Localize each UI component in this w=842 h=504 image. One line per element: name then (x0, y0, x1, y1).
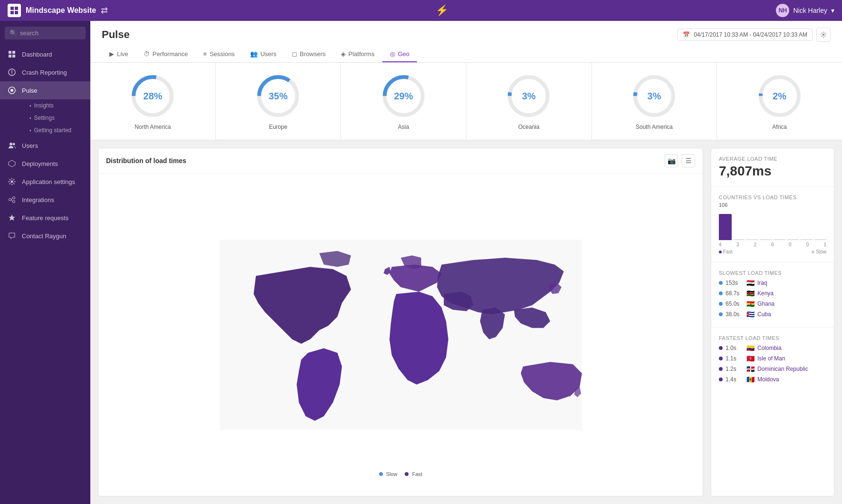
tab-label-performance: Performance (153, 50, 188, 58)
fast-legend: Fast (405, 471, 422, 477)
share-icon[interactable]: ⇄ (101, 5, 108, 16)
topbar-left: Mindscape Website ⇄ (8, 4, 108, 17)
load-time-value: 65.0s (726, 300, 744, 307)
deployments-icon (8, 159, 16, 168)
svg-point-14 (9, 199, 11, 201)
user-dropdown-icon[interactable]: ▾ (831, 7, 834, 14)
sidebar-item-integrations[interactable]: Integrations (0, 191, 90, 209)
load-time-value: 1.2s (726, 366, 744, 372)
svg-point-10 (10, 89, 13, 92)
load-time-flag: 🇩🇴 (746, 365, 755, 373)
tab-live[interactable]: ▶ Live (102, 47, 136, 62)
stat-card-north-america: 28% North America (90, 63, 216, 140)
sidebar-item-settings-sub[interactable]: Settings (22, 112, 90, 124)
application-settings-icon (8, 177, 16, 186)
sidebar-item-contact-raygun[interactable]: Contact Raygun (0, 227, 90, 245)
sidebar-item-deployments[interactable]: Deployments (0, 155, 90, 173)
load-time-country[interactable]: Cuba (757, 311, 771, 318)
platforms-icon: ◈ (341, 50, 346, 58)
tab-users[interactable]: 👥 Users (242, 47, 284, 62)
screenshot-button[interactable]: 📷 (665, 154, 678, 167)
donut-container: 3% (630, 72, 678, 120)
header-settings-button[interactable] (816, 28, 831, 42)
load-time-dot (719, 367, 723, 371)
sidebar-item-dashboard[interactable]: Dashboard (0, 45, 90, 63)
sidebar-label-feature-requests: Feature requests (22, 214, 68, 222)
sidebar-item-pulse[interactable]: Pulse (0, 81, 90, 99)
sidebar-item-feature-requests[interactable]: Feature requests (0, 209, 90, 227)
load-time-flag: 🇨🇺 (746, 310, 755, 318)
donut-label: 3% (522, 91, 536, 102)
load-time-country[interactable]: Ghana (757, 300, 774, 307)
donut-container: 35% (254, 72, 302, 120)
stat-card-africa: 2% Africa (717, 63, 842, 140)
tab-browsers[interactable]: ◻ Browsers (284, 47, 333, 62)
tab-label-platforms: Platforms (348, 50, 375, 58)
sidebar: 🔍 Dashboard Crash Reporting Pulse Insigh… (0, 21, 90, 504)
sidebar-label-pulse: Pulse (22, 87, 38, 94)
tab-platforms[interactable]: ◈ Platforms (333, 47, 382, 62)
content-area: Pulse 📅 04/17/2017 10:33 AM - 04/24/2017… (90, 21, 842, 504)
chart-bar (719, 214, 732, 240)
list-button[interactable]: ☰ (682, 154, 695, 167)
sessions-icon: ≡ (203, 50, 207, 58)
load-time-country[interactable]: Isle of Man (757, 355, 785, 362)
integrations-icon (8, 195, 16, 204)
tab-performance[interactable]: ⏱ Performance (136, 47, 195, 62)
sidebar-item-getting-started[interactable]: Getting started (22, 124, 90, 136)
chart-slow-label: Slow (816, 249, 826, 254)
load-time-country[interactable]: Dominican Republic (757, 366, 808, 372)
load-time-country[interactable]: Iraq (757, 280, 767, 286)
stat-card-europe: 35% Europe (216, 63, 341, 140)
sidebar-item-insights[interactable]: Insights (22, 99, 90, 112)
page-title: Pulse (102, 29, 130, 41)
user-name: Nick Harley (793, 7, 827, 14)
load-time-dot (719, 302, 723, 306)
load-time-dot (719, 312, 723, 316)
svg-point-11 (10, 143, 12, 145)
load-time-country[interactable]: Colombia (757, 345, 782, 351)
chart-bar (760, 239, 773, 240)
load-time-flag: 🇬🇭 (746, 300, 755, 308)
sidebar-label-dashboard: Dashboard (22, 51, 52, 58)
load-time-dot (719, 378, 723, 381)
chart-bar (800, 239, 813, 240)
load-time-country[interactable]: Kenya (757, 290, 774, 297)
tab-geo[interactable]: ◎ Geo (382, 47, 417, 62)
svg-rect-0 (10, 7, 14, 10)
date-range-picker[interactable]: 📅 04/17/2017 10:33 AM - 04/24/2017 10:33… (677, 29, 813, 41)
svg-point-17 (823, 34, 824, 36)
search-icon: 🔍 (10, 29, 17, 37)
settings-sub-label: Settings (34, 115, 55, 121)
avg-load-section: Average load time 7,807ms (711, 148, 834, 187)
dashboard-icon (8, 50, 16, 58)
getting-started-label: Getting started (34, 127, 72, 134)
map-card: Distribution of load times 📷 ☰ (98, 148, 703, 496)
sidebar-item-application-settings[interactable]: Application settings (0, 173, 90, 191)
sidebar-label-contact-raygun: Contact Raygun (22, 233, 66, 240)
load-time-value: 1.4s (726, 376, 744, 383)
map-section: Distribution of load times 📷 ☰ (90, 140, 842, 504)
stat-name: North America (135, 124, 171, 130)
slowest-list: 153s 🇮🇶 Iraq 68.7s 🇰🇪 Kenya 65.0s 🇬🇭 Gha… (719, 278, 826, 320)
search-box[interactable]: 🔍 (5, 27, 86, 39)
tab-sessions[interactable]: ≡ Sessions (195, 47, 242, 62)
load-time-flag: 🇨🇴 (746, 344, 755, 352)
load-time-country[interactable]: Moldova (757, 376, 779, 383)
users-icon (8, 141, 16, 150)
fastest-list-item: 1.0s 🇨🇴 Colombia (719, 343, 826, 353)
svg-point-13 (11, 181, 13, 183)
app-logo (8, 4, 21, 17)
stats-row: 28% North America 35% Europe 29% Asia (90, 63, 842, 140)
chart-fast-label: Fast (723, 249, 732, 254)
stat-name: Asia (398, 124, 409, 130)
sidebar-item-crash-reporting[interactable]: Crash Reporting (0, 63, 90, 81)
load-time-value: 38.0s (726, 311, 744, 318)
tab-label-sessions: Sessions (210, 50, 235, 58)
search-input[interactable] (20, 29, 81, 37)
contact-raygun-icon (8, 232, 16, 240)
fastest-list-item: 1.2s 🇩🇴 Dominican Republic (719, 364, 826, 374)
slow-legend: Slow (379, 471, 397, 477)
sidebar-item-users[interactable]: Users (0, 136, 90, 155)
geo-icon: ◎ (390, 50, 395, 58)
